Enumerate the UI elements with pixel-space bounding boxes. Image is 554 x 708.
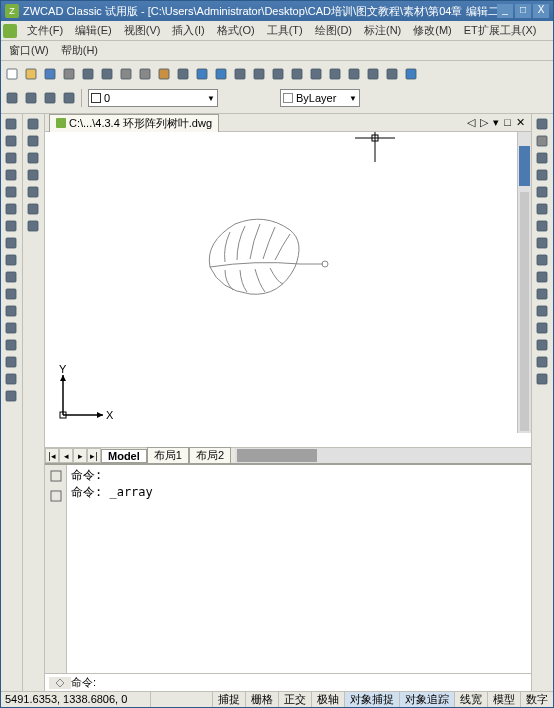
menu-file[interactable]: 文件(F): [21, 22, 69, 38]
menu-help[interactable]: 帮助(H): [55, 42, 104, 58]
ellipse-tool[interactable]: [2, 269, 20, 285]
paste-button[interactable]: [155, 65, 173, 83]
command-input[interactable]: [96, 676, 527, 690]
layerlock-button[interactable]: [60, 89, 78, 107]
layeriso-button[interactable]: [3, 89, 21, 107]
menu-modify[interactable]: 修改(M): [407, 22, 458, 38]
status-osnap[interactable]: 对象捕捉: [344, 692, 399, 707]
rotate-tool[interactable]: [533, 218, 551, 234]
scroll-last[interactable]: ▸|: [87, 448, 101, 463]
menu-format[interactable]: 格式(O): [211, 22, 261, 38]
mirror-tool[interactable]: [533, 150, 551, 166]
status-lwt[interactable]: 线宽: [454, 692, 487, 707]
save-button[interactable]: [41, 65, 59, 83]
fillet-tool[interactable]: [533, 354, 551, 370]
menu-edit[interactable]: 编辑(E): [69, 22, 118, 38]
offset-tool[interactable]: [533, 167, 551, 183]
status-ortho[interactable]: 正交: [278, 692, 311, 707]
menu-view[interactable]: 视图(V): [118, 22, 167, 38]
zoomwin-button[interactable]: [269, 65, 287, 83]
ellipsearc-tool[interactable]: [2, 286, 20, 302]
status-polar[interactable]: 极轴: [311, 692, 344, 707]
status-model[interactable]: 模型: [487, 692, 520, 707]
point-tool[interactable]: [2, 320, 20, 336]
table-tool[interactable]: [2, 371, 20, 387]
tab-next[interactable]: ▷: [478, 116, 490, 129]
move-tool[interactable]: [533, 201, 551, 217]
layeroff-button[interactable]: [22, 89, 40, 107]
line-tool[interactable]: [2, 116, 20, 132]
area-tool[interactable]: [24, 133, 42, 149]
xline-tool[interactable]: [2, 133, 20, 149]
scroll-first[interactable]: |◂: [45, 448, 59, 463]
tab-close[interactable]: ✕: [514, 116, 527, 129]
mtext-tool[interactable]: [2, 388, 20, 404]
menu-dim[interactable]: 标注(N): [358, 22, 407, 38]
open-button[interactable]: [22, 65, 40, 83]
extend-tool[interactable]: [533, 286, 551, 302]
circle-tool[interactable]: [2, 218, 20, 234]
plot-button[interactable]: [98, 65, 116, 83]
menu-draw[interactable]: 绘图(D): [309, 22, 358, 38]
array-tool[interactable]: [533, 184, 551, 200]
zoomprev-button[interactable]: [288, 65, 306, 83]
spline-tool[interactable]: [2, 252, 20, 268]
status-otrack[interactable]: 对象追踪: [399, 692, 454, 707]
join-tool[interactable]: [533, 320, 551, 336]
explode-tool[interactable]: [533, 371, 551, 387]
menu-et[interactable]: ET扩展工具(X): [458, 22, 543, 38]
stretch-tool[interactable]: [533, 252, 551, 268]
block-tool[interactable]: [2, 303, 20, 319]
color-dropdown[interactable]: ByLayer ▼: [280, 89, 360, 107]
distance-tool[interactable]: [24, 116, 42, 132]
hatch-tool[interactable]: [2, 337, 20, 353]
list-tool[interactable]: [24, 167, 42, 183]
tab-prev[interactable]: ◁: [465, 116, 477, 129]
cmd-tool-2[interactable]: [47, 487, 65, 505]
pline-tool[interactable]: [2, 150, 20, 166]
list-button[interactable]: [364, 65, 382, 83]
pan-button[interactable]: [231, 65, 249, 83]
close-button[interactable]: X: [533, 4, 549, 18]
tab-max[interactable]: □: [502, 116, 513, 129]
tab-layout1[interactable]: 布局1: [147, 447, 189, 464]
vertical-scrollbar[interactable]: [517, 132, 531, 433]
copy-button[interactable]: [136, 65, 154, 83]
scale-tool[interactable]: [533, 235, 551, 251]
tab-min[interactable]: ▾: [491, 116, 501, 129]
menu-insert[interactable]: 插入(I): [166, 22, 210, 38]
erase-tool[interactable]: [533, 116, 551, 132]
redo-button[interactable]: [212, 65, 230, 83]
zoom-scale-button[interactable]: [383, 65, 401, 83]
cut-button[interactable]: [117, 65, 135, 83]
new-button[interactable]: [3, 65, 21, 83]
status-grid[interactable]: 栅格: [245, 692, 278, 707]
maximize-button[interactable]: □: [515, 4, 531, 18]
scroll-next[interactable]: ▸: [73, 448, 87, 463]
zoomrt-button[interactable]: [250, 65, 268, 83]
menu-tools[interactable]: 工具(T): [261, 22, 309, 38]
drawing-canvas[interactable]: X Y: [45, 132, 517, 433]
layerfreeze-button[interactable]: [41, 89, 59, 107]
layer-dropdown[interactable]: 0 ▼: [88, 89, 218, 107]
copy-tool[interactable]: [533, 133, 551, 149]
rect-tool[interactable]: [2, 184, 20, 200]
area-button[interactable]: [345, 65, 363, 83]
preview-button[interactable]: [79, 65, 97, 83]
status-snap[interactable]: 捕捉: [212, 692, 245, 707]
region-mp-tool[interactable]: [24, 150, 42, 166]
table2-tool[interactable]: [24, 201, 42, 217]
status-num[interactable]: 数字: [520, 692, 553, 707]
arc-tool[interactable]: [2, 201, 20, 217]
menu-window[interactable]: 窗口(W): [3, 42, 55, 58]
print-button[interactable]: [60, 65, 78, 83]
id-tool[interactable]: [24, 184, 42, 200]
document-tab[interactable]: C:\...\4.3.4 环形阵列树叶.dwg: [49, 114, 219, 132]
trim-tool[interactable]: [533, 269, 551, 285]
revcloud-tool[interactable]: [2, 235, 20, 251]
props-button[interactable]: [307, 65, 325, 83]
break-tool[interactable]: [533, 303, 551, 319]
tab-model[interactable]: Model: [101, 449, 147, 463]
horizontal-scrollbar[interactable]: [235, 448, 531, 463]
chamfer-tool[interactable]: [533, 337, 551, 353]
